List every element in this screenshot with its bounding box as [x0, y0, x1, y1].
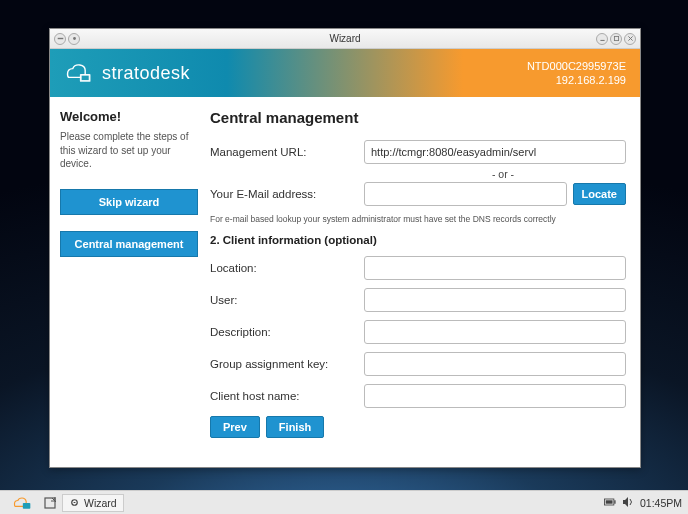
clock[interactable]: 01:45PM	[640, 497, 682, 509]
svg-rect-3	[614, 36, 618, 40]
titlebar[interactable]: Wizard	[50, 29, 640, 49]
pin-icon[interactable]	[68, 33, 80, 45]
dns-hint: For e-mail based lookup your system admi…	[210, 214, 626, 224]
welcome-heading: Welcome!	[60, 109, 198, 124]
window-list-icon	[44, 497, 56, 509]
ip-address: 192.168.2.199	[527, 73, 626, 87]
banner: stratodesk NTD000C2995973E 192.168.2.199	[50, 49, 640, 97]
user-label: User:	[210, 294, 358, 306]
section-2-heading: 2. Client information (optional)	[210, 234, 626, 246]
group-key-label: Group assignment key:	[210, 358, 358, 370]
svg-rect-2	[600, 40, 604, 41]
taskbar-app-wizard[interactable]: Wizard	[62, 494, 124, 512]
logo-icon	[64, 61, 94, 85]
group-key-input[interactable]	[364, 352, 626, 376]
hostname-input[interactable]	[364, 384, 626, 408]
svg-rect-0	[57, 38, 63, 39]
start-button[interactable]	[6, 493, 38, 513]
mgmt-url-input[interactable]	[364, 140, 626, 164]
start-icon	[12, 495, 32, 511]
email-input[interactable]	[364, 182, 567, 206]
taskbar[interactable]: Wizard 01:45PM	[0, 490, 688, 514]
sidebar: Welcome! Please complete the steps of th…	[50, 97, 208, 467]
description-input[interactable]	[364, 320, 626, 344]
svg-rect-9	[614, 500, 615, 503]
welcome-text: Please complete the steps of this wizard…	[60, 130, 198, 171]
maximize-icon[interactable]	[610, 33, 622, 45]
email-label: Your E-Mail address:	[210, 188, 358, 200]
or-separator: - or -	[380, 168, 626, 180]
mgmt-url-label: Management URL:	[210, 146, 358, 158]
wizard-window: Wizard stratodesk NTD000C2995973E 192.16…	[49, 28, 641, 468]
hostname-label: Client host name:	[210, 390, 358, 402]
location-label: Location:	[210, 262, 358, 274]
finish-button[interactable]: Finish	[266, 416, 324, 438]
svg-point-1	[73, 37, 76, 40]
battery-icon[interactable]	[604, 496, 616, 510]
user-input[interactable]	[364, 288, 626, 312]
brand: stratodesk	[64, 61, 190, 85]
minimize-icon[interactable]	[596, 33, 608, 45]
prev-button[interactable]: Prev	[210, 416, 260, 438]
show-desktop-button[interactable]	[38, 495, 62, 511]
desktop: Wizard stratodesk NTD000C2995973E 192.16…	[0, 0, 688, 514]
close-icon[interactable]	[624, 33, 636, 45]
brand-name: stratodesk	[102, 63, 190, 84]
page-heading: Central management	[210, 109, 626, 126]
link-icon	[69, 497, 80, 508]
volume-icon[interactable]	[622, 496, 634, 510]
window-menu-icon[interactable]	[54, 33, 66, 45]
description-label: Description:	[210, 326, 358, 338]
svg-rect-6	[23, 503, 31, 509]
location-input[interactable]	[364, 256, 626, 280]
svg-rect-5	[82, 76, 89, 80]
svg-rect-10	[606, 500, 613, 503]
system-tray: 01:45PM	[604, 496, 682, 510]
main-panel: Central management Management URL: - or …	[208, 97, 640, 467]
system-info: NTD000C2995973E 192.168.2.199	[527, 59, 626, 88]
skip-wizard-button[interactable]: Skip wizard	[60, 189, 198, 215]
host-id: NTD000C2995973E	[527, 59, 626, 73]
locate-button[interactable]: Locate	[573, 183, 626, 205]
central-management-button[interactable]: Central management	[60, 231, 198, 257]
taskbar-app-label: Wizard	[84, 497, 117, 509]
window-title: Wizard	[329, 33, 360, 44]
